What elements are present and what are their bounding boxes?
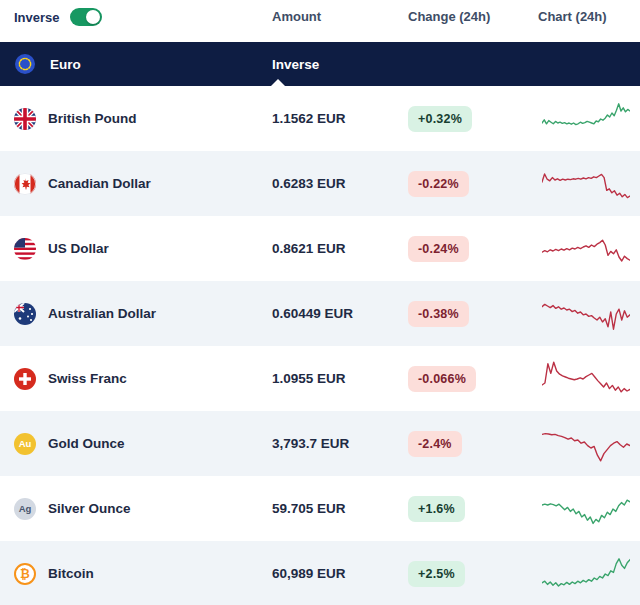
sparkline-chart (538, 99, 640, 139)
currency-name: Canadian Dollar (48, 176, 151, 191)
eu-flag-icon (14, 53, 36, 75)
amount-value: 3,793.7 EUR (272, 436, 408, 451)
canada-flag-icon (14, 173, 36, 195)
inverse-toggle[interactable] (70, 8, 102, 26)
base-currency-name: Euro (50, 57, 81, 72)
currency-name: Swiss Franc (48, 371, 127, 386)
inverse-toggle-group[interactable]: Inverse (14, 8, 272, 26)
currency-row[interactable]: British Pound 1.1562 EUR +0.32% (0, 86, 640, 151)
toggle-knob (86, 10, 100, 24)
silver-icon: Ag (14, 498, 36, 520)
currency-exchange-table: Inverse Amount Change (24h) Chart (24h) … (0, 0, 640, 605)
change-badge: +2.5% (408, 561, 465, 587)
swiss-flag-icon (14, 368, 36, 390)
change-badge: +0.32% (408, 106, 472, 132)
currency-name: US Dollar (48, 241, 109, 256)
currency-name: Gold Ounce (48, 436, 125, 451)
column-header-amount: Amount (272, 8, 408, 26)
change-badge: -0.24% (408, 236, 469, 262)
sparkline-chart (538, 164, 640, 204)
base-currency-header: Euro Inverse (0, 42, 640, 86)
currency-name: British Pound (48, 111, 137, 126)
bitcoin-icon: ₿ (14, 563, 36, 585)
sparkline-chart (538, 229, 640, 269)
currency-row[interactable]: Canadian Dollar 0.6283 EUR -0.22% (0, 151, 640, 216)
currency-row[interactable]: Australian Dollar 0.60449 EUR -0.38% (0, 281, 640, 346)
amount-value: 59.705 EUR (272, 501, 408, 516)
active-column-pointer (271, 79, 285, 86)
currency-row[interactable]: Swiss Franc 1.0955 EUR -0.066% (0, 346, 640, 411)
currency-row[interactable]: US Dollar 0.8621 EUR -0.24% (0, 216, 640, 281)
inverse-column-label: Inverse (272, 57, 640, 72)
amount-value: 1.0955 EUR (272, 371, 408, 386)
inverse-toggle-label: Inverse (14, 10, 60, 25)
australia-flag-icon (14, 303, 36, 325)
currency-name: Silver Ounce (48, 501, 131, 516)
sparkline-chart (538, 294, 640, 334)
currency-row[interactable]: Au Gold Ounce 3,793.7 EUR -2.4% (0, 411, 640, 476)
amount-value: 0.60449 EUR (272, 306, 408, 321)
currency-name: Australian Dollar (48, 306, 156, 321)
change-badge: -0.066% (408, 366, 476, 392)
amount-value: 60,989 EUR (272, 566, 408, 581)
us-flag-icon (14, 238, 36, 260)
amount-value: 0.8621 EUR (272, 241, 408, 256)
toolbar: Inverse Amount Change (24h) Chart (24h) (0, 0, 640, 42)
change-badge: -2.4% (408, 431, 462, 457)
change-badge: -0.38% (408, 301, 469, 327)
currency-row[interactable]: Ag Silver Ounce 59.705 EUR +1.6% (0, 476, 640, 541)
currency-rows: British Pound 1.1562 EUR +0.32% Canadian… (0, 86, 640, 605)
currency-row[interactable]: ₿ Bitcoin 60,989 EUR +2.5% (0, 541, 640, 605)
amount-value: 1.1562 EUR (272, 111, 408, 126)
currency-name: Bitcoin (48, 566, 94, 581)
column-header-change: Change (24h) (408, 8, 538, 26)
sparkline-chart (538, 489, 640, 529)
column-header-chart: Chart (24h) (538, 8, 640, 26)
uk-flag-icon (14, 108, 36, 130)
sparkline-chart (538, 424, 640, 464)
gold-icon: Au (14, 433, 36, 455)
sparkline-chart (538, 359, 640, 399)
change-badge: +1.6% (408, 496, 465, 522)
amount-value: 0.6283 EUR (272, 176, 408, 191)
change-badge: -0.22% (408, 171, 469, 197)
sparkline-chart (538, 554, 640, 594)
